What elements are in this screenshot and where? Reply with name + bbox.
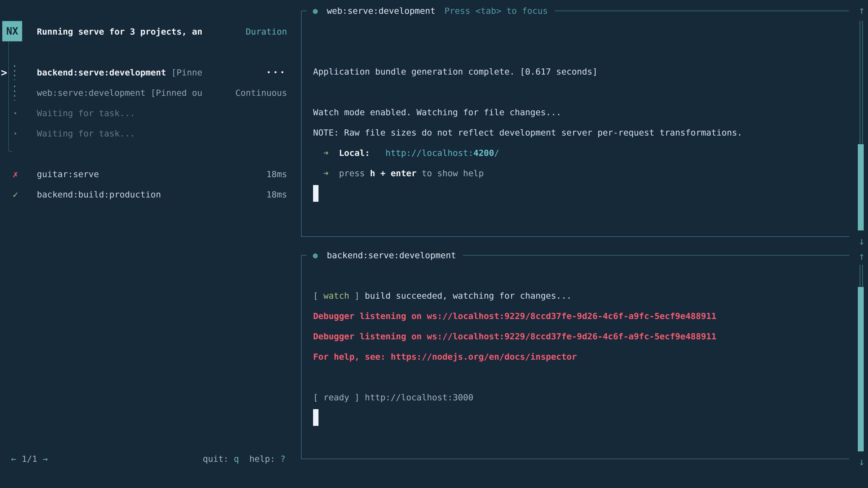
scroll-up-icon[interactable]: ↑ xyxy=(856,246,867,266)
terminal-line xyxy=(313,41,849,61)
task-row-backend-serve-development[interactable]: >backend:serve:development [Pinne••• xyxy=(0,62,301,83)
terminal-line xyxy=(313,408,849,428)
scrollbar-thumb[interactable] xyxy=(858,144,864,230)
terminal-line: ➜ Local: http://localhost:4200/ xyxy=(313,143,849,163)
terminal-line: Debugger listening on ws://localhost:922… xyxy=(313,306,849,326)
quit-hint-label: quit: xyxy=(203,454,234,464)
pane-web-serve-development[interactable]: ● web:serve:development Press <tab> to f… xyxy=(301,11,849,237)
running-ellipsis-icon: ••• xyxy=(267,62,287,83)
border-line xyxy=(555,11,849,11)
terminal-line xyxy=(313,21,849,41)
arrow-icon: ➜ xyxy=(323,168,329,178)
terminal-line xyxy=(313,367,849,387)
debugger-ws-link: Debugger listening on ws://localhost:922… xyxy=(313,331,716,341)
terminal-output: [ watch ] build succeeded, watching for … xyxy=(302,255,849,428)
terminal-cursor xyxy=(313,409,318,426)
task-label: web:serve:development [Pinned ou xyxy=(37,83,202,103)
prev-page-arrow-icon[interactable]: ← xyxy=(11,449,16,469)
terminal-line: [ ready ] http://localhost:3000 xyxy=(313,387,849,408)
task-duration: Continuous xyxy=(235,83,287,103)
terminal-line: For help, see: https://nodejs.org/en/doc… xyxy=(313,347,849,367)
focus-hint: Press <tab> to focus xyxy=(444,6,548,16)
scroll-down-icon[interactable]: ↓ xyxy=(856,451,867,472)
terminal-output: Application bundle generation complete. … xyxy=(302,11,849,204)
border-dash xyxy=(302,255,307,256)
terminal-line: NOTE: Raw file sizes do not reflect deve… xyxy=(313,123,849,143)
scrollbar-thumb[interactable] xyxy=(858,287,864,451)
nodejs-docs-link: For help, see: https://nodejs.org/en/doc… xyxy=(313,352,577,362)
terminal-line: Watch mode enabled. Watching for file ch… xyxy=(313,102,849,123)
task-list-title: Running serve for 3 projects, an xyxy=(37,22,202,42)
pane-header[interactable]: ● web:serve:development Press <tab> to f… xyxy=(302,1,849,21)
terminal-line: Application bundle generation complete. … xyxy=(313,61,849,82)
task-label: Waiting for task... xyxy=(37,103,135,123)
task-duration: 18ms xyxy=(266,164,287,184)
quit-key: q xyxy=(234,454,239,464)
pagination: ← 1/1 → xyxy=(11,449,48,469)
pane-title: web:serve:development xyxy=(327,6,435,16)
task-label: guitar:serve xyxy=(37,164,99,184)
selected-task-caret-icon: > xyxy=(1,62,10,83)
running-status-dot-icon: ● xyxy=(313,1,318,21)
waiting-dot-icon: · xyxy=(10,123,21,144)
debugger-ws-link: Debugger listening on ws://localhost:922… xyxy=(313,311,716,321)
next-page-arrow-icon[interactable]: → xyxy=(43,449,48,469)
pane-title: backend:serve:development xyxy=(327,250,456,260)
duration-column-header: Duration xyxy=(246,22,287,42)
task-row-waiting-for-task-[interactable]: ·Waiting for task... xyxy=(0,103,301,123)
nx-tui-app: NX Running serve for 3 projects, an Dura… xyxy=(0,0,868,488)
task-list: >backend:serve:development [Pinne•••web:… xyxy=(0,62,301,205)
terminal-cursor xyxy=(313,185,318,202)
border-line xyxy=(463,255,849,256)
pane-backend-serve-development[interactable]: ● backend:serve:development [ watch ] bu… xyxy=(301,255,849,459)
keyboard-hints: quit: q help: ? xyxy=(203,449,285,469)
localhost-port: 4200 xyxy=(473,148,494,158)
task-duration: 18ms xyxy=(266,184,287,205)
task-row-guitar-serve[interactable]: ✗guitar:serve18ms xyxy=(0,164,301,184)
help-hint-label: help: xyxy=(249,454,280,464)
task-label: backend:serve:development [Pinne xyxy=(37,62,202,83)
localhost-link: http://localhost: xyxy=(385,148,473,158)
error-cross-icon: ✗ xyxy=(10,164,21,184)
success-check-icon: ✓ xyxy=(10,184,21,205)
task-row-backend-build-production[interactable]: ✓backend:build:production18ms xyxy=(0,184,301,205)
spinner-icon xyxy=(14,86,15,101)
spinner-icon xyxy=(14,65,15,80)
scroll-up-icon[interactable]: ↑ xyxy=(856,0,867,20)
terminal-line: ➜ press h + enter to show help xyxy=(313,163,849,184)
task-label: backend:build:production xyxy=(37,184,161,205)
border-dash xyxy=(302,11,307,11)
nx-logo: NX xyxy=(2,21,22,41)
task-row-waiting-for-task-[interactable]: ·Waiting for task... xyxy=(0,123,301,144)
scrollbar-track[interactable] xyxy=(860,265,863,287)
ready-url: [ ready ] http://localhost:3000 xyxy=(313,392,473,402)
terminal-line xyxy=(313,265,849,286)
task-label: Waiting for task... xyxy=(37,123,135,144)
help-key: ? xyxy=(280,454,285,464)
task-row-web-serve-development[interactable]: web:serve:development [Pinned ouContinuo… xyxy=(0,83,301,103)
terminal-line: [ watch ] build succeeded, watching for … xyxy=(313,286,849,306)
pane-header[interactable]: ● backend:serve:development xyxy=(302,245,849,265)
waiting-dot-icon: · xyxy=(10,103,21,123)
arrow-icon: ➜ xyxy=(323,148,329,158)
terminal-line: Debugger listening on ws://localhost:922… xyxy=(313,326,849,347)
running-status-dot-icon: ● xyxy=(313,245,318,265)
terminal-line xyxy=(313,82,849,102)
page-indicator: 1/1 xyxy=(22,449,37,469)
scrollbar-track[interactable] xyxy=(860,21,863,144)
terminal-line xyxy=(313,184,849,204)
